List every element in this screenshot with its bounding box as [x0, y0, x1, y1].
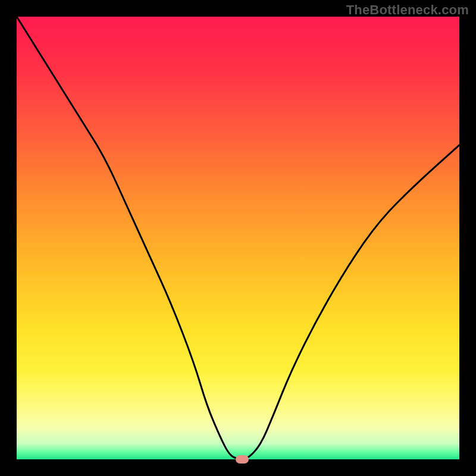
- chart-frame: TheBottleneck.com: [0, 0, 476, 476]
- gradient-background: [17, 17, 459, 459]
- watermark-text: TheBottleneck.com: [346, 2, 469, 18]
- plot-svg: [17, 17, 459, 459]
- plot-area: [17, 17, 459, 459]
- optimum-marker: [236, 455, 249, 464]
